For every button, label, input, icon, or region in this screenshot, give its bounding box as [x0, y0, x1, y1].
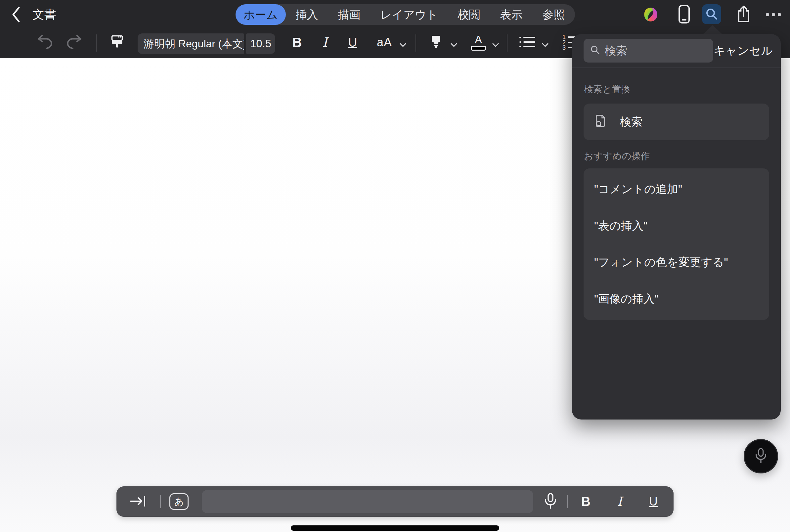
kbar-bold-button[interactable]: B	[576, 491, 596, 512]
chevron-down-icon	[450, 42, 457, 48]
font-size-field[interactable]: 10.5	[246, 33, 275, 54]
kbar-divider	[567, 495, 568, 508]
highlighter-icon	[427, 33, 445, 52]
tab-insert[interactable]: 挿入	[286, 4, 328, 25]
font-color-button[interactable]: A	[468, 32, 489, 53]
dictation-fab[interactable]	[744, 439, 778, 473]
section-title-find-replace: 検索と置換	[584, 84, 631, 95]
search-dropdown-panel: キャンセル 検索と置換 検索 おすすめの操作 "コメントの追加" "表の挿入" …	[572, 34, 781, 419]
chevron-down-icon	[400, 42, 406, 48]
tab-home[interactable]: ホーム	[235, 4, 286, 25]
tab-view[interactable]: 表示	[490, 4, 533, 25]
tab-key-icon	[129, 494, 148, 510]
search-icon	[705, 7, 718, 22]
tab-key-button[interactable]	[128, 492, 149, 511]
toolbar-divider	[96, 34, 97, 52]
suggestion-add-comment[interactable]: "コメントの追加"	[583, 171, 769, 208]
bullet-list-button[interactable]	[517, 32, 538, 53]
panel-caret	[703, 25, 722, 34]
share-icon	[736, 4, 752, 24]
tab-draw[interactable]: 描画	[328, 4, 370, 25]
ime-key-button[interactable]: あ	[169, 493, 189, 510]
kbar-italic-button[interactable]: I	[609, 491, 630, 512]
tab-references[interactable]: 参照	[533, 4, 575, 25]
find-item[interactable]: 検索	[583, 103, 769, 140]
keyboard-accessory-bar: あ B I U	[116, 486, 674, 517]
word-ipad-screen: 文書 ホーム 挿入 描画 レイアウト 校閲 表示 参照	[0, 0, 790, 532]
text-size-button[interactable]: aA	[370, 32, 398, 53]
panel-divider	[572, 68, 781, 68]
microphone-icon	[753, 447, 769, 466]
copilot-button[interactable]	[642, 7, 659, 23]
kbar-underline-button[interactable]: U	[643, 491, 663, 512]
mobile-view-button[interactable]	[676, 5, 692, 24]
home-indicator[interactable]	[291, 525, 499, 531]
undo-icon	[36, 33, 54, 52]
document-title: 文書	[33, 0, 56, 29]
chevron-left-icon	[10, 19, 21, 24]
underline-button[interactable]: U	[343, 32, 363, 53]
font-name-field[interactable]: 游明朝 Regular (本文)	[138, 33, 244, 54]
search-icon	[590, 45, 600, 56]
inline-text-field[interactable]	[202, 490, 533, 513]
copilot-logo-icon	[643, 7, 659, 23]
dictation-button[interactable]	[541, 492, 560, 512]
suggested-actions-card: "コメントの追加" "表の挿入" "フォントの色を変更する" "画像の挿入"	[583, 168, 769, 320]
suggestion-insert-image[interactable]: "画像の挿入"	[583, 281, 769, 318]
bold-button[interactable]: B	[287, 32, 307, 53]
undo-button[interactable]	[35, 32, 55, 53]
mobile-phone-icon	[677, 4, 691, 25]
paintbrush-icon	[108, 33, 126, 52]
share-button[interactable]	[734, 4, 753, 24]
chevron-down-icon	[492, 42, 499, 48]
more-icon	[766, 13, 769, 16]
section-title-suggested-actions: おすすめの操作	[584, 151, 650, 162]
italic-button[interactable]: I	[315, 32, 335, 53]
tab-review[interactable]: 校閲	[448, 4, 490, 25]
cancel-button[interactable]: キャンセル	[714, 39, 773, 62]
search-field[interactable]	[583, 39, 713, 62]
font-color-swatch	[471, 46, 486, 51]
more-button[interactable]	[764, 10, 783, 19]
bullet-list-icon	[517, 33, 537, 52]
svg-text:3: 3	[562, 44, 566, 51]
suggestion-change-font-color[interactable]: "フォントの色を変更する"	[583, 244, 769, 281]
ribbon-tabs: ホーム 挿入 描画 レイアウト 校閲 表示 参照	[235, 4, 575, 25]
toolbar-divider	[507, 34, 507, 52]
suggestion-insert-table[interactable]: "表の挿入"	[583, 208, 769, 245]
search-button-active[interactable]	[702, 4, 721, 24]
microphone-icon	[542, 492, 558, 511]
redo-icon	[65, 33, 83, 52]
toolbar-divider	[416, 34, 416, 52]
kbar-divider	[160, 495, 161, 508]
font-color-icon: A	[475, 34, 482, 45]
format-painter-button[interactable]	[107, 32, 127, 53]
tab-layout[interactable]: レイアウト	[370, 4, 448, 25]
search-input[interactable]	[605, 44, 707, 57]
back-button[interactable]	[8, 6, 23, 23]
highlighter-button[interactable]	[425, 32, 447, 53]
find-item-label: 検索	[620, 114, 642, 130]
chevron-down-icon	[542, 42, 548, 48]
document-search-icon	[594, 114, 609, 130]
redo-button[interactable]	[64, 32, 84, 53]
